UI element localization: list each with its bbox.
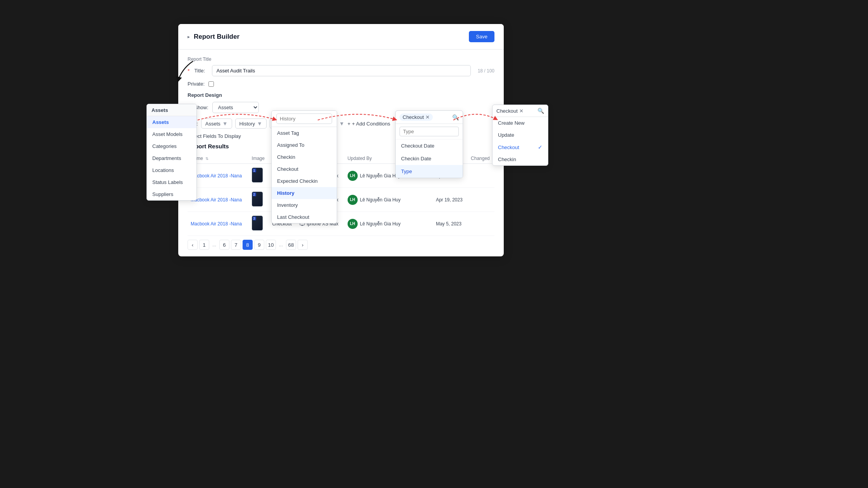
type-checkout-tag: Checkout ✕ xyxy=(400,113,433,121)
checkout-dropdown-item-create-new[interactable]: Create New xyxy=(493,117,548,129)
page-7-button[interactable]: 7 xyxy=(231,240,241,250)
avatar-2: LH xyxy=(348,219,358,229)
checkout-tag: Checkout ✕ xyxy=(496,108,524,114)
panel-header: ▸ Report Builder Save xyxy=(178,24,504,50)
report-design-label: Report Design xyxy=(188,92,494,98)
table-row: Macbook Air 2018 -Nana 3 Checkout Iphone… xyxy=(188,212,494,236)
cell-image-2: 3 xyxy=(249,212,269,236)
cell-image-1: 2 xyxy=(249,188,269,212)
user-name-1: Lê Nguyễn Gia Huy xyxy=(360,197,401,203)
assets-dropdown-item-departments[interactable]: Departments xyxy=(147,152,196,164)
cell-date-1: Apr 19, 2023 xyxy=(433,188,468,212)
history-dropdown: Asset TagAssigned ToCheckinCheckoutExpec… xyxy=(271,110,337,223)
history-dropdown-item-checkout[interactable]: Checkout xyxy=(272,163,337,175)
assets-dropdown-item-suppliers[interactable]: Suppliers xyxy=(147,188,196,200)
page-8-button[interactable]: 8 xyxy=(243,240,253,250)
pagination: ‹ 1 ... 6 7 8 9 10 ... 68 › xyxy=(188,240,494,250)
page-9-button[interactable]: 9 xyxy=(254,240,264,250)
cell-changed-0 xyxy=(468,164,494,188)
type-dropdown-item-checkin-date[interactable]: Checkin Date xyxy=(396,152,463,165)
add-conditions-icon: + xyxy=(348,121,351,127)
report-title-input[interactable] xyxy=(212,65,470,76)
ellipsis-1: ... xyxy=(211,242,218,247)
type-list: Checkout DateCheckin DateType xyxy=(396,139,463,178)
ellipsis-2: ... xyxy=(277,242,284,247)
panel-collapse-icon[interactable]: ▸ xyxy=(188,34,190,40)
history-search-input[interactable] xyxy=(276,113,332,124)
prev-page-button[interactable]: ‹ xyxy=(188,240,198,250)
assets-dropdown-item-locations[interactable]: Locations xyxy=(147,164,196,176)
checkout-dropdown-item-update[interactable]: Update xyxy=(493,129,548,141)
next-page-button[interactable]: › xyxy=(298,240,308,250)
avatar-0: LH xyxy=(348,171,358,181)
history-dropdown-item-asset-tag[interactable]: Asset Tag xyxy=(272,127,337,139)
type-dropdown-item-checkout-date[interactable]: Checkout Date xyxy=(396,139,463,152)
type-dropdown: Checkout ✕ 🔍 Checkout DateCheckin DateTy… xyxy=(395,110,463,178)
filter-history-remove[interactable]: ▼ xyxy=(257,120,262,127)
cell-updated-1: LH Lê Nguyễn Gia Huy xyxy=(344,188,408,212)
asset-link-1[interactable]: Macbook Air 2018 -Nana xyxy=(191,197,242,203)
add-conditions-button[interactable]: + + Add Conditions xyxy=(348,121,390,127)
user-name-2: Lê Nguyễn Gia Huy xyxy=(360,221,401,227)
show-select[interactable]: Assets xyxy=(212,102,259,113)
asset-num-badge-0: 1 xyxy=(253,168,256,172)
title-label: Title: xyxy=(194,68,208,74)
avatar-1: LH xyxy=(348,195,358,205)
private-row: Private: xyxy=(188,81,494,87)
filter-assets-tag[interactable]: Assets ▼ xyxy=(201,119,232,129)
type-search-input[interactable] xyxy=(400,127,459,136)
checkout-dropdown-item-checkin[interactable]: Checkin xyxy=(493,153,548,165)
asset-link-0[interactable]: Macbook Air 2018 -Nana xyxy=(191,173,242,179)
checkout-remove-icon[interactable]: ✕ xyxy=(519,108,524,114)
assets-dropdown-item-categories[interactable]: Categories xyxy=(147,140,196,152)
assets-dropdown-title: Assets xyxy=(152,107,168,113)
report-title-section-label: Report Title xyxy=(188,57,494,62)
col-image: Image xyxy=(249,153,269,164)
col-changed: Changed xyxy=(468,153,494,164)
type-checkout-remove[interactable]: ✕ xyxy=(425,114,430,120)
page-6-button[interactable]: 6 xyxy=(219,240,229,250)
cell-image-0: 1 xyxy=(249,164,269,188)
history-dropdown-header xyxy=(272,111,337,127)
filter-history-tag[interactable]: History ▼ xyxy=(235,119,267,129)
asset-link-2[interactable]: Macbook Air 2018 -Nana xyxy=(191,221,242,227)
cell-changed-2 xyxy=(468,212,494,236)
assets-dropdown: Assets AssetsAsset ModelsCategoriesDepar… xyxy=(146,104,197,201)
page-10-button[interactable]: 10 xyxy=(266,240,276,250)
assets-dropdown-item-asset-models[interactable]: Asset Models xyxy=(147,128,196,140)
cell-notes-1 xyxy=(408,188,433,212)
history-dropdown-item-inventory[interactable]: Inventory xyxy=(272,199,337,211)
history-dropdown-item-history[interactable]: History xyxy=(272,187,337,199)
history-dropdown-item-expected-checkin[interactable]: Expected Checkin xyxy=(272,175,337,187)
checkout-dropdown-item-checkout[interactable]: Checkout ✓ xyxy=(493,141,548,153)
history-dropdown-item-assigned-to[interactable]: Assigned To xyxy=(272,139,337,151)
checkout-search-icon: 🔍 xyxy=(537,108,544,114)
assets-dropdown-item-assets[interactable]: Assets xyxy=(147,116,196,128)
asset-num-badge-1: 2 xyxy=(253,192,256,196)
filter-assets-remove[interactable]: ▼ xyxy=(222,120,228,127)
char-count: 18 / 100 xyxy=(478,68,494,74)
asset-num-badge-2: 3 xyxy=(253,217,256,220)
assets-dropdown-item-status-labels[interactable]: Status Labels xyxy=(147,176,196,188)
report-title-row: * Title: 18 / 100 xyxy=(188,65,494,76)
cell-name-2: Macbook Air 2018 -Nana xyxy=(188,212,249,236)
history-dropdown-item-last-checkout[interactable]: Last Checkout xyxy=(272,211,337,223)
history-dropdown-item-checkin[interactable]: Checkin xyxy=(272,151,337,163)
save-button[interactable]: Save xyxy=(469,31,494,42)
panel-title-row: ▸ Report Builder xyxy=(188,33,239,41)
user-name-0: Lê Nguyễn Gia Huy xyxy=(360,173,401,179)
private-label: Private: xyxy=(188,81,205,87)
table-row: Macbook Air 2018 -Nana 2 Checkout Iphone… xyxy=(188,188,494,212)
assets-dropdown-header: Assets xyxy=(147,104,196,116)
page-68-button[interactable]: 68 xyxy=(286,240,296,250)
cell-notes-2 xyxy=(408,212,433,236)
filter-expand-icon: ▼ xyxy=(339,120,344,127)
type-search-icon: 🔍 xyxy=(452,114,459,120)
private-checkbox[interactable] xyxy=(208,81,214,87)
page-1-button[interactable]: 1 xyxy=(199,240,209,250)
assets-list: AssetsAsset ModelsCategoriesDepartmentsL… xyxy=(147,116,196,200)
cell-updated-2: LH Lê Nguyễn Gia Huy xyxy=(344,212,408,236)
type-dropdown-item-type[interactable]: Type xyxy=(396,165,463,178)
cell-date-2: May 5, 2023 xyxy=(433,212,468,236)
cell-changed-1 xyxy=(468,188,494,212)
